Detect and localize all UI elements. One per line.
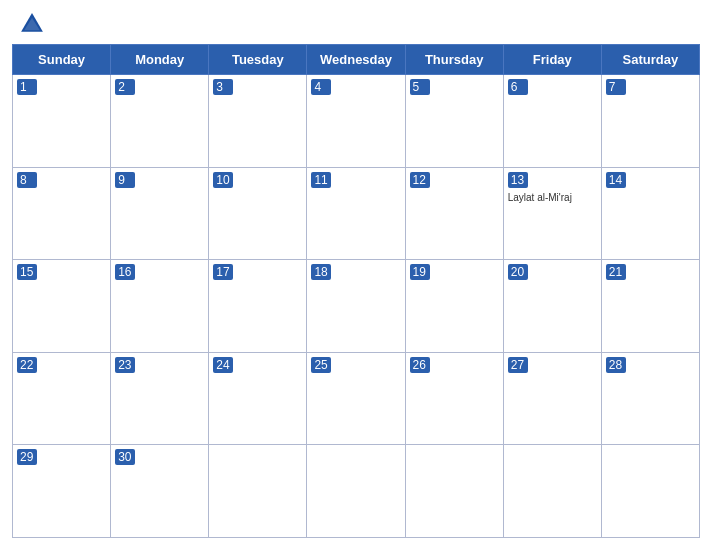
calendar-cell: 7 xyxy=(601,75,699,168)
weekday-header-thursday: Thursday xyxy=(405,45,503,75)
calendar-table: SundayMondayTuesdayWednesdayThursdayFrid… xyxy=(12,44,700,538)
calendar-cell: 25 xyxy=(307,352,405,445)
day-number: 17 xyxy=(213,264,233,280)
calendar-cell: 6 xyxy=(503,75,601,168)
calendar-cell: 29 xyxy=(13,445,111,538)
calendar-week-row: 2930 xyxy=(13,445,700,538)
calendar-week-row: 15161718192021 xyxy=(13,260,700,353)
calendar-cell: 1 xyxy=(13,75,111,168)
day-number: 22 xyxy=(17,357,37,373)
day-number: 7 xyxy=(606,79,626,95)
day-number: 8 xyxy=(17,172,37,188)
day-number: 5 xyxy=(410,79,430,95)
calendar-cell: 18 xyxy=(307,260,405,353)
calendar-cell: 27 xyxy=(503,352,601,445)
day-number: 25 xyxy=(311,357,331,373)
calendar-cell: 2 xyxy=(111,75,209,168)
calendar-cell xyxy=(209,445,307,538)
day-number: 4 xyxy=(311,79,331,95)
day-number: 10 xyxy=(213,172,233,188)
calendar-wrapper: SundayMondayTuesdayWednesdayThursdayFrid… xyxy=(0,44,712,550)
calendar-cell: 11 xyxy=(307,167,405,260)
calendar-cell: 17 xyxy=(209,260,307,353)
day-number: 26 xyxy=(410,357,430,373)
day-number: 1 xyxy=(17,79,37,95)
day-number: 28 xyxy=(606,357,626,373)
weekday-header-friday: Friday xyxy=(503,45,601,75)
calendar-cell: 15 xyxy=(13,260,111,353)
logo-icon xyxy=(18,10,46,38)
calendar-cell: 5 xyxy=(405,75,503,168)
day-number: 27 xyxy=(508,357,528,373)
calendar-cell: 20 xyxy=(503,260,601,353)
calendar-cell: 22 xyxy=(13,352,111,445)
calendar-cell: 8 xyxy=(13,167,111,260)
calendar-week-row: 22232425262728 xyxy=(13,352,700,445)
day-number: 13 xyxy=(508,172,528,188)
day-number: 24 xyxy=(213,357,233,373)
day-number: 30 xyxy=(115,449,135,465)
day-number: 29 xyxy=(17,449,37,465)
calendar-body: 12345678910111213Laylat al-Mi'raj1415161… xyxy=(13,75,700,538)
calendar-cell xyxy=(503,445,601,538)
day-number: 11 xyxy=(311,172,331,188)
day-number: 2 xyxy=(115,79,135,95)
calendar-header xyxy=(0,0,712,44)
calendar-week-row: 1234567 xyxy=(13,75,700,168)
day-number: 21 xyxy=(606,264,626,280)
calendar-cell: 26 xyxy=(405,352,503,445)
calendar-cell: 9 xyxy=(111,167,209,260)
day-number: 3 xyxy=(213,79,233,95)
calendar-week-row: 8910111213Laylat al-Mi'raj14 xyxy=(13,167,700,260)
weekday-header-sunday: Sunday xyxy=(13,45,111,75)
calendar-cell: 3 xyxy=(209,75,307,168)
day-number: 15 xyxy=(17,264,37,280)
calendar-cell: 28 xyxy=(601,352,699,445)
weekday-header-row: SundayMondayTuesdayWednesdayThursdayFrid… xyxy=(13,45,700,75)
day-number: 16 xyxy=(115,264,135,280)
day-number: 9 xyxy=(115,172,135,188)
calendar-cell xyxy=(405,445,503,538)
calendar-cell: 10 xyxy=(209,167,307,260)
calendar-cell: 13Laylat al-Mi'raj xyxy=(503,167,601,260)
day-event: Laylat al-Mi'raj xyxy=(508,192,597,203)
day-number: 12 xyxy=(410,172,430,188)
calendar-cell xyxy=(307,445,405,538)
calendar-cell: 16 xyxy=(111,260,209,353)
calendar-cell: 14 xyxy=(601,167,699,260)
weekday-header-wednesday: Wednesday xyxy=(307,45,405,75)
calendar-cell: 19 xyxy=(405,260,503,353)
day-number: 14 xyxy=(606,172,626,188)
weekday-header-tuesday: Tuesday xyxy=(209,45,307,75)
day-number: 23 xyxy=(115,357,135,373)
weekday-header-saturday: Saturday xyxy=(601,45,699,75)
calendar-cell: 23 xyxy=(111,352,209,445)
calendar-cell xyxy=(601,445,699,538)
weekday-header-monday: Monday xyxy=(111,45,209,75)
day-number: 19 xyxy=(410,264,430,280)
day-number: 20 xyxy=(508,264,528,280)
calendar-cell: 4 xyxy=(307,75,405,168)
day-number: 18 xyxy=(311,264,331,280)
calendar-cell: 30 xyxy=(111,445,209,538)
calendar-cell: 24 xyxy=(209,352,307,445)
calendar-cell: 21 xyxy=(601,260,699,353)
calendar-cell: 12 xyxy=(405,167,503,260)
day-number: 6 xyxy=(508,79,528,95)
logo xyxy=(18,10,50,38)
